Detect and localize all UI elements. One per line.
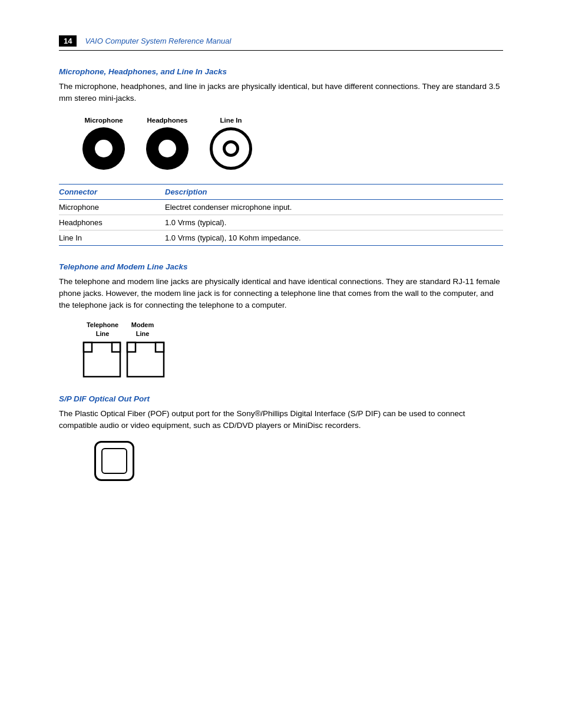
table-row: Line In1.0 Vrms (typical), 10 Kohm imped…	[59, 230, 503, 245]
section-telephone-modem: Telephone and Modem Line Jacks The telep…	[59, 262, 503, 380]
connector-table: Connector Description MicrophoneElectret…	[59, 184, 503, 246]
table-cell-connector: Line In	[59, 230, 165, 245]
section1-heading: Microphone, Headphones, and Line In Jack…	[59, 67, 503, 76]
jack-linein: Line In	[210, 117, 252, 170]
jack-linein-inner	[223, 140, 239, 157]
table-header-description: Description	[165, 184, 503, 199]
section3-heading: S/P DIF Optical Out Port	[59, 394, 503, 403]
optical-diagram	[94, 441, 503, 481]
svg-rect-2	[112, 342, 120, 352]
jack-microphone-inner	[95, 140, 113, 157]
header-title: VAIO Computer System Reference Manual	[85, 37, 231, 45]
section3-body: The Plastic Optical Fiber (POF) output p…	[59, 408, 503, 432]
page-number-badge: 14	[59, 35, 77, 47]
table-row: Headphones1.0 Vrms (typical).	[59, 215, 503, 230]
section1-body: The microphone, headphones, and line in …	[59, 81, 503, 105]
section2-heading: Telephone and Modem Line Jacks	[59, 262, 503, 271]
section2-body: The telephone and modem line jacks are p…	[59, 276, 503, 312]
jack-microphone-circle	[82, 127, 125, 170]
jack-linein-circle	[210, 127, 252, 170]
table-cell-description: Electret condenser microphone input.	[165, 199, 503, 215]
svg-rect-1	[84, 342, 92, 352]
table-cell-description: 1.0 Vrms (typical), 10 Kohm impedance.	[165, 230, 503, 245]
table-row: MicrophoneElectret condenser microphone …	[59, 199, 503, 215]
phone-jacks-svg	[82, 340, 168, 380]
phone-label-telephone: TelephoneLine	[82, 321, 123, 338]
page: 14 VAIO Computer System Reference Manual…	[0, 0, 562, 728]
section-mic-headphones: Microphone, Headphones, and Line In Jack…	[59, 67, 503, 246]
phone-diagram: TelephoneLine ModemLine	[82, 321, 503, 380]
phone-label-modem: ModemLine	[123, 321, 163, 338]
header-bar: 14 VAIO Computer System Reference Manual	[59, 35, 503, 51]
jack-headphones: Headphones	[146, 117, 189, 170]
jack-linein-label: Line In	[220, 117, 242, 124]
table-cell-connector: Headphones	[59, 215, 165, 230]
jacks-diagram: Microphone Headphones Line In	[82, 117, 503, 170]
jack-headphones-inner	[158, 140, 176, 157]
svg-rect-5	[156, 342, 164, 352]
table-header-connector: Connector	[59, 184, 165, 199]
section-optical: S/P DIF Optical Out Port The Plastic Opt…	[59, 394, 503, 482]
table-cell-description: 1.0 Vrms (typical).	[165, 215, 503, 230]
svg-rect-4	[127, 342, 135, 352]
phone-labels: TelephoneLine ModemLine	[82, 321, 503, 338]
jack-headphones-circle	[146, 127, 189, 170]
jack-microphone-label: Microphone	[84, 117, 123, 124]
table-cell-connector: Microphone	[59, 199, 165, 215]
jack-microphone: Microphone	[82, 117, 125, 170]
optical-port-inner	[101, 448, 127, 474]
jack-headphones-label: Headphones	[147, 117, 187, 124]
optical-port	[94, 441, 134, 481]
